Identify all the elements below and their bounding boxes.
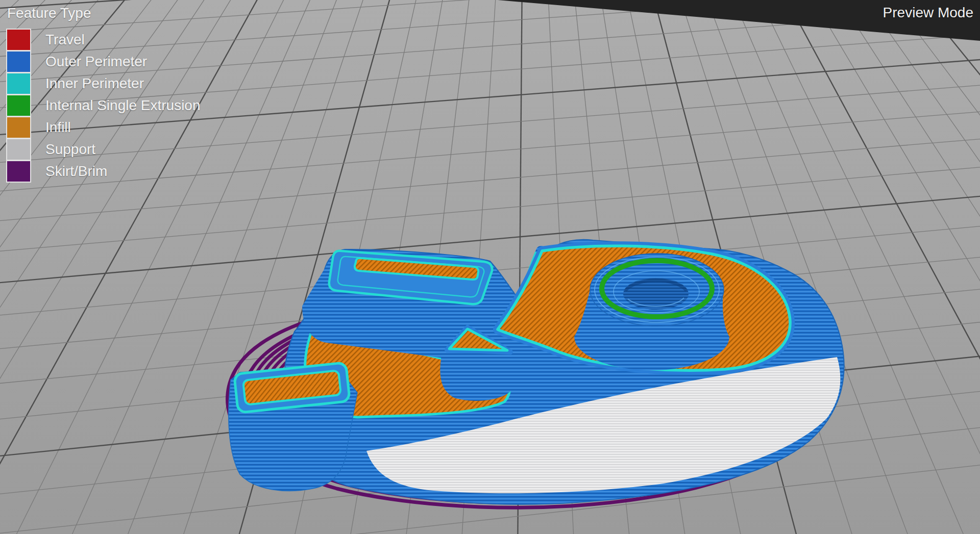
legend-row-inner-perimeter: Inner Perimeter xyxy=(7,73,201,94)
legend-label: Travel xyxy=(45,32,85,48)
inner-perimeter-color-swatch xyxy=(7,73,30,94)
legend-row-infill: Infill xyxy=(7,117,201,138)
legend-label: Inner Perimeter xyxy=(45,75,144,92)
printed-model xyxy=(228,240,844,507)
internal-single-extrusion-color-swatch xyxy=(7,95,30,116)
legend-label: Support xyxy=(45,141,95,158)
skirt-brim-color-swatch xyxy=(7,161,30,182)
legend-label: Skirt/Brim xyxy=(45,163,107,180)
legend-row-travel: Travel xyxy=(7,30,201,50)
front-left-boss xyxy=(229,363,357,491)
preview-mode-label: Preview Mode xyxy=(883,5,973,21)
legend-title: Feature Type xyxy=(7,5,201,21)
preview-3d-viewport[interactable]: Feature Type Travel Outer Perimeter Inne… xyxy=(0,0,980,534)
feature-type-legend: Feature Type Travel Outer Perimeter Inne… xyxy=(7,5,201,182)
legend-label: Internal Single Extrusion xyxy=(45,97,201,114)
legend-row-skirt-brim: Skirt/Brim xyxy=(7,161,201,182)
legend-row-outer-perimeter: Outer Perimeter xyxy=(7,52,201,72)
legend-row-support: Support xyxy=(7,139,201,160)
legend-rows: Travel Outer Perimeter Inner Perimeter I… xyxy=(7,30,201,182)
support-color-swatch xyxy=(7,139,30,160)
travel-color-swatch xyxy=(7,30,30,50)
legend-label: Outer Perimeter xyxy=(45,54,147,70)
legend-row-internal-single-extrusion: Internal Single Extrusion xyxy=(7,95,201,116)
legend-label: Infill xyxy=(45,119,71,136)
infill-color-swatch xyxy=(7,117,30,138)
cylinder-bore xyxy=(623,278,689,310)
outer-perimeter-color-swatch xyxy=(7,52,30,72)
